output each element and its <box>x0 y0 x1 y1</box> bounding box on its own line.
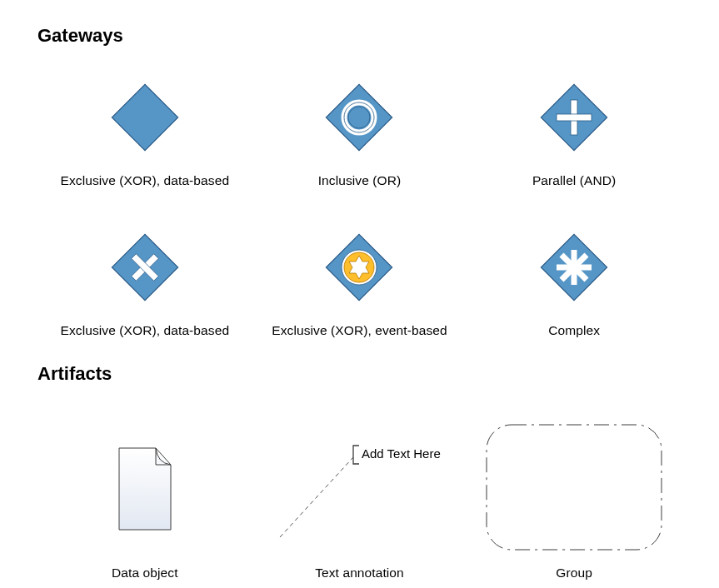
gateway-exclusive-xor-x: Exclusive (XOR), data-based <box>37 222 252 338</box>
svg-rect-1 <box>327 84 392 150</box>
annotation-icon: Add Text Here <box>263 422 455 556</box>
artifacts-heading: Artifacts <box>37 363 682 385</box>
svg-rect-0 <box>112 84 177 150</box>
diamond-asterisk-icon <box>532 222 616 313</box>
diamond-plus-icon <box>532 72 616 163</box>
gateway-exclusive-xor-plain: Exclusive (XOR), data-based <box>37 72 252 188</box>
gateway-label: Parallel (AND) <box>532 173 616 188</box>
gateway-complex: Complex <box>467 222 682 338</box>
artifact-data-object: Data object <box>37 406 252 581</box>
gateways-grid: Exclusive (XOR), data-based Inclusive (O… <box>37 72 682 338</box>
diamond-plain-icon <box>103 72 187 163</box>
svg-rect-8 <box>572 115 577 120</box>
diamond-circle-icon <box>317 72 401 163</box>
svg-rect-24 <box>487 425 662 550</box>
artifacts-grid: Data object Add Text Here Text annotatio… <box>37 406 682 581</box>
gateway-parallel-and: Parallel (AND) <box>467 72 682 188</box>
artifact-label: Group <box>556 566 592 581</box>
gateway-inclusive-or: Inclusive (OR) <box>252 72 467 188</box>
diamond-star-icon <box>317 222 401 313</box>
group-icon <box>478 422 670 556</box>
gateway-label: Exclusive (XOR), event-based <box>272 323 447 338</box>
artifact-text-annotation: Add Text Here Text annotation <box>252 406 467 581</box>
artifact-label: Data object <box>112 566 178 581</box>
document-icon <box>107 422 182 556</box>
diamond-x-icon <box>103 222 187 313</box>
gateway-label: Inclusive (OR) <box>318 173 402 188</box>
gateways-heading: Gateways <box>37 25 682 47</box>
svg-line-23 <box>280 457 353 537</box>
gateway-exclusive-xor-event: Exclusive (XOR), event-based <box>252 222 467 338</box>
gateway-label: Exclusive (XOR), data-based <box>61 323 230 338</box>
annotation-text: Add Text Here <box>362 446 441 461</box>
artifact-group: Group <box>467 406 682 581</box>
gateway-label: Exclusive (XOR), data-based <box>61 173 230 188</box>
artifact-label: Text annotation <box>315 566 404 581</box>
gateway-label: Complex <box>548 323 600 338</box>
